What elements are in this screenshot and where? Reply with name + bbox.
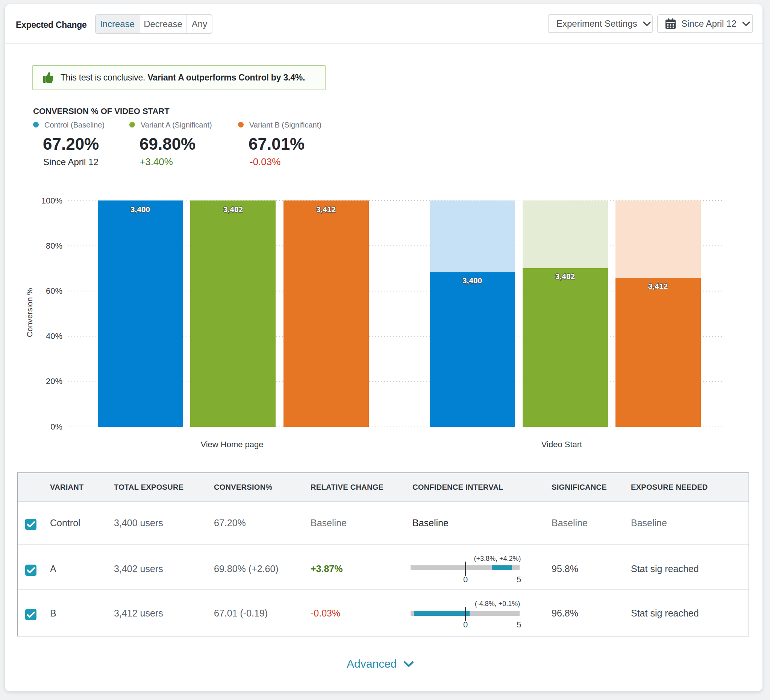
svg-text:5: 5	[517, 575, 521, 584]
svg-text:3,400: 3,400	[463, 276, 482, 285]
svg-text:3,412: 3,412	[648, 282, 668, 290]
svg-text:80%: 80%	[46, 241, 62, 251]
svg-text:0: 0	[463, 575, 468, 584]
svg-text:0: 0	[463, 620, 468, 629]
svg-text:3,412: 3,412	[316, 205, 336, 214]
svg-text:5: 5	[517, 620, 521, 629]
svg-text:60%: 60%	[46, 286, 62, 296]
svg-text:0%: 0%	[50, 422, 62, 431]
svg-text:View Home page: View Home page	[201, 440, 263, 449]
svg-text:(+3.8%, +4.2%): (+3.8%, +4.2%)	[474, 555, 521, 562]
svg-text:(-4.8%, +0.1%): (-4.8%, +0.1%)	[475, 600, 520, 608]
svg-text:20%: 20%	[46, 376, 62, 386]
svg-text:Video Start: Video Start	[542, 440, 582, 449]
svg-text:100%: 100%	[41, 196, 62, 205]
svg-text:3,402: 3,402	[223, 205, 243, 214]
svg-text:3,402: 3,402	[555, 272, 575, 280]
svg-text:Conversion %: Conversion %	[25, 288, 34, 337]
svg-text:40%: 40%	[46, 331, 62, 341]
svg-text:3,400: 3,400	[131, 205, 150, 214]
